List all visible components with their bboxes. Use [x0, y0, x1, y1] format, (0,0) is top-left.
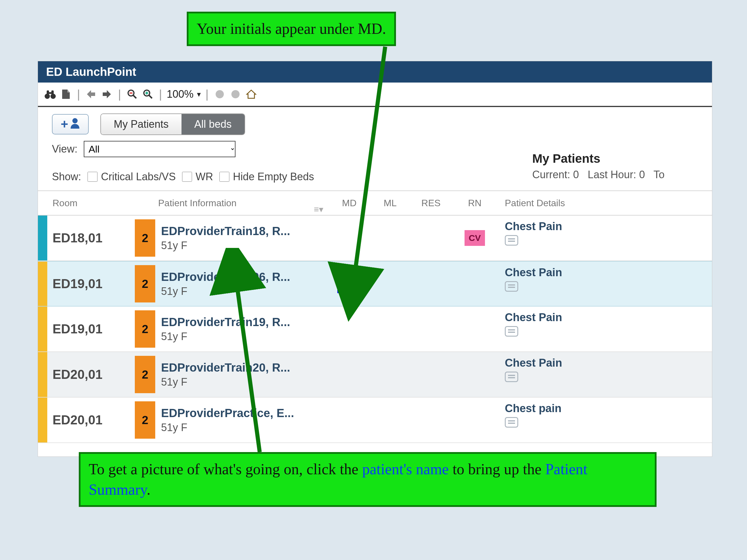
- priority-cell[interactable]: 2: [132, 352, 158, 397]
- res-cell[interactable]: [409, 216, 453, 261]
- md-cell[interactable]: [327, 352, 371, 397]
- diagnosis-text: Chest Pain: [505, 311, 712, 324]
- room-cell[interactable]: ED20,01: [47, 398, 132, 443]
- patient-info-cell[interactable]: EDProviderPractice, E...51y F: [158, 398, 327, 443]
- patient-info-cell[interactable]: EDProviderTrain18, R...51y F: [158, 216, 327, 261]
- details-cell[interactable]: Chest Pain: [497, 216, 712, 261]
- rn-cell[interactable]: [453, 352, 497, 397]
- room-cell[interactable]: ED19,01: [47, 262, 132, 306]
- svg-line-19: [149, 96, 152, 98]
- rn-cell[interactable]: [453, 306, 497, 351]
- checkbox-input[interactable]: [87, 172, 98, 182]
- res-cell[interactable]: [409, 352, 453, 397]
- ml-cell[interactable]: [371, 398, 409, 443]
- callout-bottom: To get a picture of what's going on, cli…: [79, 452, 656, 507]
- callout-text: .: [147, 481, 151, 498]
- header-md[interactable]: MD: [327, 198, 371, 209]
- back-icon[interactable]: [85, 88, 98, 101]
- room-cell[interactable]: ED19,01: [47, 306, 132, 351]
- table-row[interactable]: ED20,012EDProviderPractice, E...51y FChe…: [38, 398, 712, 443]
- note-icon[interactable]: [505, 326, 518, 337]
- binoculars-icon[interactable]: [44, 88, 57, 101]
- note-icon[interactable]: [505, 281, 518, 292]
- view-select[interactable]: All: [84, 141, 235, 157]
- md-cell[interactable]: [327, 398, 371, 443]
- table-row[interactable]: ED19,012EDProviderTrain19, R...51y FChes…: [38, 306, 712, 352]
- ml-cell[interactable]: [371, 306, 409, 351]
- patient-name[interactable]: EDProviderTrain20, R...: [161, 361, 325, 374]
- patient-name[interactable]: EDProviderPractice, E...: [161, 407, 325, 420]
- details-cell[interactable]: Chest Pain: [497, 262, 712, 306]
- zoom-level[interactable]: 100% ▾: [166, 88, 201, 100]
- md-cell[interactable]: QP: [327, 262, 371, 306]
- controls-row: + My Patients All beds: [38, 107, 712, 138]
- header-room[interactable]: Room: [47, 198, 132, 209]
- md-cell[interactable]: [327, 216, 371, 261]
- column-menu-icon[interactable]: ≡▾: [314, 204, 323, 214]
- header-details[interactable]: Patient Details: [497, 198, 712, 209]
- diagnosis-text: Chest Pain: [505, 357, 712, 369]
- md-badge[interactable]: QP: [337, 275, 361, 293]
- checkbox-wr[interactable]: WR: [182, 170, 213, 183]
- priority-cell[interactable]: 2: [132, 216, 158, 261]
- page-icon[interactable]: [59, 88, 72, 101]
- svg-rect-14: [103, 92, 107, 96]
- md-cell[interactable]: [327, 306, 371, 351]
- note-icon[interactable]: [505, 372, 518, 382]
- checkbox-input[interactable]: [220, 172, 229, 182]
- details-cell[interactable]: Chest Pain: [497, 306, 712, 351]
- checkbox-input[interactable]: [182, 172, 192, 182]
- room-cell[interactable]: ED20,01: [47, 352, 132, 397]
- header-ml[interactable]: ML: [371, 198, 409, 209]
- patient-name[interactable]: EDProviderTrain06, R...: [161, 270, 325, 284]
- checkbox-critical-labs[interactable]: Critical Labs/VS: [87, 170, 176, 183]
- ml-cell[interactable]: [371, 216, 409, 261]
- add-patient-button[interactable]: +: [52, 114, 89, 134]
- priority-cell[interactable]: 2: [132, 262, 158, 306]
- rn-cell[interactable]: [453, 262, 497, 306]
- patient-info-cell[interactable]: EDProviderTrain20, R...51y F: [158, 352, 327, 397]
- note-icon[interactable]: [505, 235, 518, 246]
- room-cell[interactable]: ED18,01: [47, 216, 132, 261]
- rn-cell[interactable]: CV: [453, 216, 497, 261]
- person-icon: [70, 117, 80, 132]
- circle-icon[interactable]: [213, 88, 226, 101]
- patient-name[interactable]: EDProviderTrain19, R...: [161, 316, 325, 329]
- circle-icon[interactable]: [229, 88, 242, 101]
- home-icon[interactable]: [245, 88, 258, 101]
- res-cell[interactable]: [409, 398, 453, 443]
- zoom-in-icon[interactable]: [141, 88, 154, 101]
- note-icon[interactable]: [505, 417, 518, 428]
- patient-info-cell[interactable]: EDProviderTrain19, R...51y F: [158, 306, 327, 351]
- tab-my-patients[interactable]: My Patients: [101, 114, 181, 134]
- details-cell[interactable]: Chest Pain: [497, 352, 712, 397]
- ml-cell[interactable]: [371, 352, 409, 397]
- separator: |: [204, 88, 210, 101]
- summary-stats: Current: 0 Last Hour: 0 To: [532, 168, 705, 181]
- details-cell[interactable]: Chest pain: [497, 398, 712, 443]
- plus-icon: +: [61, 117, 68, 132]
- patient-info-cell[interactable]: EDProviderTrain06, R...51y F: [158, 262, 327, 306]
- chevron-down-icon[interactable]: ▾: [197, 90, 201, 99]
- table-row[interactable]: ED19,012EDProviderTrain06, R...51y FQPCh…: [38, 261, 712, 306]
- acuity-stripe: [38, 262, 47, 306]
- callout-top-text: Your initials appear under MD.: [197, 20, 386, 37]
- summary-panel: My Patients Current: 0 Last Hour: 0 To: [525, 149, 712, 184]
- header-patient-info[interactable]: Patient Information ≡▾: [158, 198, 327, 209]
- ml-cell[interactable]: [371, 262, 409, 306]
- zoom-out-icon[interactable]: [126, 88, 138, 101]
- header-res[interactable]: RES: [409, 198, 453, 209]
- priority-cell[interactable]: 2: [132, 398, 158, 443]
- patient-name[interactable]: EDProviderTrain18, R...: [161, 224, 325, 238]
- priority-cell[interactable]: 2: [132, 306, 158, 351]
- res-cell[interactable]: [409, 262, 453, 306]
- rn-cell[interactable]: [453, 398, 497, 443]
- tab-all-beds[interactable]: All beds: [181, 114, 244, 134]
- checkbox-hide-empty[interactable]: Hide Empty Beds: [220, 170, 314, 183]
- table-row[interactable]: ED18,012EDProviderTrain18, R...51y FCVCh…: [38, 216, 712, 261]
- res-cell[interactable]: [409, 306, 453, 351]
- forward-icon[interactable]: [100, 88, 113, 101]
- header-rn[interactable]: RN: [453, 198, 497, 209]
- table-row[interactable]: ED20,012EDProviderTrain20, R...51y FChes…: [38, 352, 712, 398]
- rn-badge[interactable]: CV: [465, 230, 485, 246]
